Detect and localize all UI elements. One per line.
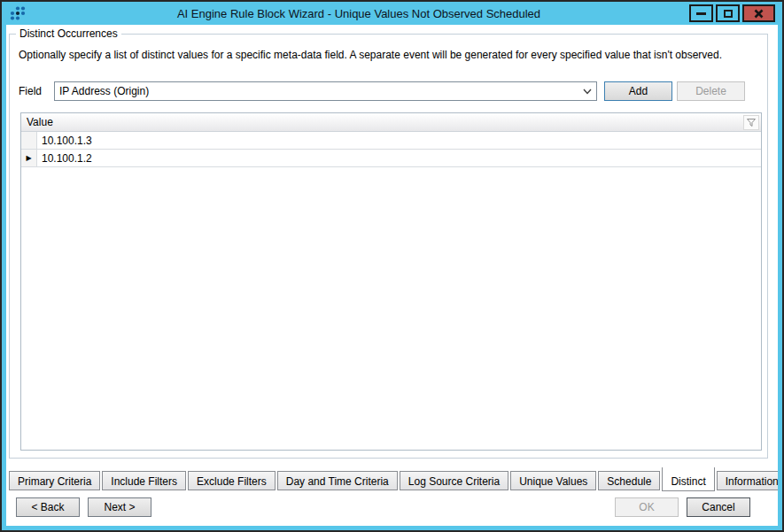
- tab-day-and-time-criteria[interactable]: Day and Time Criteria: [277, 471, 398, 490]
- close-button[interactable]: [742, 4, 775, 22]
- tab-unique-values[interactable]: Unique Values: [510, 471, 596, 490]
- back-button[interactable]: < Back: [16, 497, 80, 517]
- table-row[interactable]: 10.100.1.3: [21, 132, 761, 150]
- window-frame: AI Engine Rule Block Wizard - Unique Val…: [2, 2, 782, 530]
- field-label: Field: [19, 85, 42, 97]
- group-title: Distinct Occurrences: [16, 27, 121, 40]
- tab-primary-criteria[interactable]: Primary Criteria: [9, 471, 100, 490]
- next-button[interactable]: Next >: [88, 497, 151, 517]
- field-combobox[interactable]: IP Address (Origin): [54, 81, 597, 101]
- maximize-icon: [724, 10, 733, 18]
- tab-schedule[interactable]: Schedule: [598, 471, 660, 490]
- wizard-window: AI Engine Rule Block Wizard - Unique Val…: [0, 0, 784, 532]
- distinct-occurrences-group: Distinct Occurrences Optionally specify …: [9, 34, 768, 459]
- tab-exclude-filters[interactable]: Exclude Filters: [188, 471, 276, 490]
- tab-include-filters[interactable]: Include Filters: [102, 471, 186, 490]
- value-grid: Value 10.100.1.3 10.100.1.2: [20, 112, 762, 451]
- tab-log-source-criteria[interactable]: Log Source Criteria: [400, 471, 508, 490]
- value-column-header-label: Value: [21, 116, 53, 128]
- row-value-cell[interactable]: 10.100.1.2: [37, 150, 761, 166]
- filter-funnel-icon[interactable]: [743, 115, 759, 130]
- minimize-icon: [696, 12, 706, 15]
- add-button[interactable]: Add: [604, 81, 672, 101]
- client-area: Distinct Occurrences Optionally specify …: [6, 25, 778, 526]
- tab-distinct[interactable]: Distinct: [662, 467, 714, 491]
- description-text: Optionally specify a list of distinct va…: [19, 49, 758, 61]
- row-value-cell[interactable]: 10.100.1.3: [37, 132, 761, 149]
- titlebar: AI Engine Rule Block Wizard - Unique Val…: [2, 2, 782, 25]
- app-logo-dots-icon: [9, 4, 28, 22]
- wizard-tabstrip: Primary CriteriaInclude FiltersExclude F…: [9, 467, 778, 491]
- maximize-button[interactable]: [716, 4, 740, 22]
- cancel-button[interactable]: Cancel: [687, 497, 750, 517]
- window-controls: [689, 4, 775, 22]
- ok-button[interactable]: OK: [615, 497, 679, 517]
- row-selector-gutter[interactable]: [21, 150, 37, 166]
- table-row[interactable]: 10.100.1.2: [21, 150, 761, 167]
- minimize-button[interactable]: [689, 4, 713, 22]
- field-combobox-value: IP Address (Origin): [59, 85, 149, 97]
- row-selector-gutter[interactable]: [21, 132, 37, 149]
- window-title: AI Engine Rule Block Wizard - Unique Val…: [28, 7, 689, 20]
- value-column-header[interactable]: Value: [21, 113, 761, 132]
- chevron-down-icon: [583, 89, 592, 95]
- delete-button[interactable]: Delete: [677, 81, 745, 101]
- tab-information[interactable]: Information: [717, 471, 778, 490]
- close-x-icon: [754, 9, 764, 19]
